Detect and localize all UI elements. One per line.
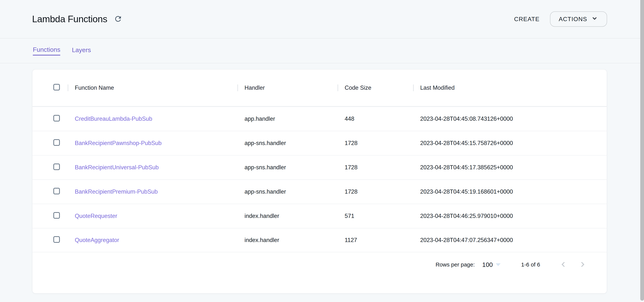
rows-per-page-label: Rows per page: bbox=[436, 261, 475, 268]
handler-cell: app.handler bbox=[238, 115, 338, 122]
function-name-link[interactable]: BankRecipientPawnshop-PubSub bbox=[75, 140, 162, 146]
functions-table-card: Function Name Handler Code Size Last Mod… bbox=[32, 69, 607, 293]
row-checkbox-cell bbox=[32, 115, 68, 123]
function-name-cell: QuoteAggregator bbox=[68, 237, 238, 243]
last-modified-cell: 2023-04-28T04:45:15.758726+0000 bbox=[413, 140, 592, 146]
row-checkbox-cell bbox=[32, 188, 68, 196]
table-pagination: Rows per page: 100 1-6 of 6 bbox=[32, 252, 607, 277]
last-modified-cell: 2023-04-28T04:45:08.743126+0000 bbox=[413, 115, 592, 122]
column-header-function-name: Function Name bbox=[68, 84, 238, 91]
row-checkbox[interactable] bbox=[53, 236, 60, 243]
rows-per-page-select[interactable]: 100 bbox=[482, 261, 501, 268]
code-size-cell: 448 bbox=[338, 115, 413, 122]
handler-cell: app-sns.handler bbox=[238, 188, 338, 195]
function-name-cell: BankRecipientPremium-PubSub bbox=[68, 188, 238, 195]
row-checkbox[interactable] bbox=[53, 188, 60, 194]
table-header-row: Function Name Handler Code Size Last Mod… bbox=[32, 70, 607, 106]
row-checkbox-cell bbox=[32, 236, 68, 244]
function-name-link[interactable]: QuoteRequester bbox=[75, 213, 117, 219]
dropdown-arrow-icon bbox=[496, 263, 500, 266]
last-modified-cell: 2023-04-28T04:47:07.256347+0000 bbox=[413, 237, 592, 243]
previous-page-button[interactable] bbox=[558, 259, 569, 270]
table-row: BankRecipientPawnshop-PubSub app-sns.han… bbox=[32, 131, 607, 155]
handler-cell: app-sns.handler bbox=[238, 164, 338, 171]
code-size-cell: 1728 bbox=[338, 164, 413, 171]
row-checkbox[interactable] bbox=[53, 212, 60, 219]
header-actions: CREATE ACTIONS bbox=[509, 12, 607, 27]
page-range-label: 1-6 of 6 bbox=[521, 261, 540, 268]
code-size-cell: 1127 bbox=[338, 237, 413, 243]
column-header-last-modified: Last Modified bbox=[413, 84, 592, 91]
handler-cell: index.handler bbox=[238, 213, 338, 219]
row-checkbox-cell bbox=[32, 212, 68, 220]
header-bar: Lambda Functions CREATE ACTIONS bbox=[0, 0, 644, 39]
function-name-link[interactable]: CreditBureauLambda-PubSub bbox=[75, 115, 152, 122]
row-checkbox-cell bbox=[32, 164, 68, 172]
handler-cell: app-sns.handler bbox=[238, 140, 338, 146]
refresh-button[interactable] bbox=[113, 14, 123, 24]
tab-functions[interactable]: Functions bbox=[33, 46, 60, 56]
table-row: BankRecipientUniversal-PubSub app-sns.ha… bbox=[32, 155, 607, 179]
select-all-cell bbox=[32, 84, 68, 92]
last-modified-cell: 2023-04-28T04:46:25.979010+0000 bbox=[413, 213, 592, 219]
function-name-link[interactable]: QuoteAggregator bbox=[75, 237, 119, 243]
handler-cell: index.handler bbox=[238, 237, 338, 243]
last-modified-cell: 2023-04-28T04:45:19.168601+0000 bbox=[413, 188, 592, 195]
function-name-link[interactable]: BankRecipientPremium-PubSub bbox=[75, 188, 158, 195]
table-row: QuoteRequester index.handler 571 2023-04… bbox=[32, 204, 607, 228]
function-name-cell: QuoteRequester bbox=[68, 213, 238, 219]
table-row: CreditBureauLambda-PubSub app.handler 44… bbox=[32, 106, 607, 131]
table-row: QuoteAggregator index.handler 1127 2023-… bbox=[32, 228, 607, 252]
rows-per-page-value: 100 bbox=[482, 261, 493, 268]
last-modified-cell: 2023-04-28T04:45:17.385625+0000 bbox=[413, 164, 592, 171]
tabs-bar: Functions Layers bbox=[0, 39, 644, 63]
create-button[interactable]: CREATE bbox=[509, 12, 544, 26]
chevron-right-icon bbox=[578, 259, 588, 270]
actions-button-label: ACTIONS bbox=[559, 16, 587, 23]
code-size-cell: 571 bbox=[338, 213, 413, 219]
function-name-cell: BankRecipientUniversal-PubSub bbox=[68, 164, 238, 171]
actions-button[interactable]: ACTIONS bbox=[550, 12, 607, 27]
row-checkbox[interactable] bbox=[53, 164, 60, 170]
chevron-down-icon bbox=[591, 15, 598, 24]
row-checkbox[interactable] bbox=[53, 115, 60, 121]
column-header-code-size: Code Size bbox=[338, 84, 413, 91]
row-checkbox-cell bbox=[32, 139, 68, 147]
page-title: Lambda Functions bbox=[32, 14, 107, 25]
code-size-cell: 1728 bbox=[338, 140, 413, 146]
tab-layers[interactable]: Layers bbox=[72, 46, 91, 55]
function-name-link[interactable]: BankRecipientUniversal-PubSub bbox=[75, 164, 159, 171]
refresh-icon bbox=[114, 15, 122, 24]
function-name-cell: CreditBureauLambda-PubSub bbox=[68, 115, 238, 122]
select-all-checkbox[interactable] bbox=[53, 84, 60, 90]
column-header-handler: Handler bbox=[238, 84, 338, 91]
lambda-functions-page: Lambda Functions CREATE ACTIONS Function… bbox=[0, 0, 644, 302]
row-checkbox[interactable] bbox=[53, 139, 60, 146]
code-size-cell: 1728 bbox=[338, 188, 413, 195]
table-row: BankRecipientPremium-PubSub app-sns.hand… bbox=[32, 179, 607, 204]
function-name-cell: BankRecipientPawnshop-PubSub bbox=[68, 140, 238, 146]
next-page-button[interactable] bbox=[577, 259, 588, 270]
vertical-scrollbar[interactable] bbox=[640, 0, 644, 301]
chevron-left-icon bbox=[558, 259, 568, 270]
